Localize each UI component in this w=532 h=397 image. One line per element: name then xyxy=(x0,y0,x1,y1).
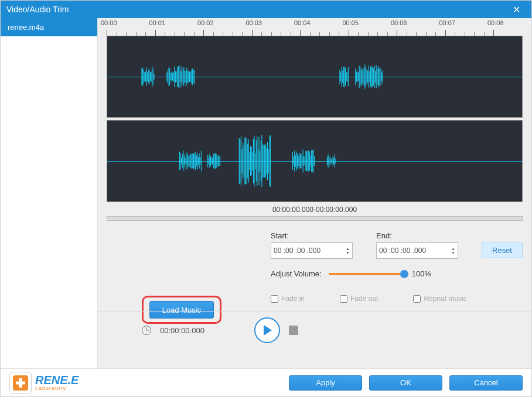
plus-icon xyxy=(13,375,28,391)
start-value: 00 :00 :00 .000 xyxy=(274,247,346,255)
repeat-checkbox[interactable] xyxy=(413,295,421,303)
sidebar-item-file[interactable]: renee.m4a xyxy=(1,18,97,36)
playbar: 00:00:00.000 xyxy=(98,311,531,349)
reset-field: Reset xyxy=(482,231,523,259)
footer: RENE.E Laboratory Apply OK Cancel xyxy=(1,368,531,396)
time-ruler: 00:0000:0100:0200:0300:0400:0500:0600:07… xyxy=(107,18,531,36)
end-label: End: xyxy=(376,231,458,240)
waveform-bottom-svg xyxy=(107,121,522,201)
end-stepper[interactable]: ▲ ▼ xyxy=(451,247,455,255)
check-row: Fade in Fade out Repeat music xyxy=(271,295,523,303)
start-label: Start: xyxy=(271,231,353,240)
logo-icon xyxy=(9,372,32,394)
play-button[interactable] xyxy=(254,317,280,343)
fade-out-label: Fade out xyxy=(350,295,378,303)
time-range-label: 00:00:00.000-00:00:00.000 xyxy=(98,206,531,214)
file-sidebar: renee.m4a xyxy=(1,18,98,368)
stop-button[interactable] xyxy=(289,326,298,335)
reset-button[interactable]: Reset xyxy=(482,242,523,258)
volume-thumb[interactable] xyxy=(400,270,408,278)
apply-button[interactable]: Apply xyxy=(289,375,362,391)
ruler-tick: 00:07 xyxy=(439,19,456,26)
waveform-bottom[interactable] xyxy=(107,120,523,202)
end-field: End: 00 :00 :00 .000 ▲ ▼ xyxy=(376,231,458,259)
chevron-down-icon: ▼ xyxy=(346,251,350,255)
controls-left: Load Music xyxy=(107,231,271,303)
dialog-window: Video/Audio Trim ✕ renee.m4a 00:0000:010… xyxy=(0,0,532,397)
play-icon xyxy=(264,325,272,336)
ruler-tick: 00:06 xyxy=(391,19,407,26)
logo-area: RENE.E Laboratory xyxy=(9,372,282,394)
time-fields-row: Start: 00 :00 :00 .000 ▲ ▼ End: xyxy=(271,231,523,259)
volume-label: Adjust Volume: xyxy=(271,269,322,278)
volume-slider[interactable] xyxy=(329,273,405,275)
fade-in-label: Fade in xyxy=(281,295,305,303)
fade-out-checkbox[interactable] xyxy=(340,295,347,303)
main-panel: 00:0000:0100:0200:0300:0400:0500:0600:07… xyxy=(98,18,531,368)
ruler-tick: 00:08 xyxy=(487,19,504,26)
end-value: 00 :00 :00 .000 xyxy=(379,247,451,255)
start-input[interactable]: 00 :00 :00 .000 ▲ ▼ xyxy=(271,242,353,259)
ruler-tick: 00:03 xyxy=(246,19,262,26)
start-field: Start: 00 :00 :00 .000 ▲ ▼ xyxy=(271,231,353,259)
waveform-top-svg xyxy=(107,36,522,117)
waveform-area xyxy=(107,36,523,202)
logo-text-block: RENE.E Laboratory xyxy=(35,374,79,391)
chevron-down-icon: ▼ xyxy=(451,251,455,255)
dialog-body: renee.m4a 00:0000:0100:0200:0300:0400:05… xyxy=(1,18,531,368)
window-title: Video/Audio Trim xyxy=(6,5,507,14)
fade-in-check[interactable]: Fade in xyxy=(271,295,305,303)
ruler-tick: 00:05 xyxy=(343,19,359,26)
cancel-button[interactable]: Cancel xyxy=(449,375,523,391)
ruler-tick: 00:04 xyxy=(294,19,311,26)
fade-out-check[interactable]: Fade out xyxy=(340,295,378,303)
repeat-check[interactable]: Repeat music xyxy=(413,295,466,303)
repeat-label: Repeat music xyxy=(424,295,466,303)
chevron-up-icon: ▲ xyxy=(451,247,455,251)
start-stepper[interactable]: ▲ ▼ xyxy=(346,247,350,255)
controls-right: Start: 00 :00 :00 .000 ▲ ▼ End: xyxy=(271,231,523,303)
volume-value: 100% xyxy=(412,269,431,278)
chevron-up-icon: ▲ xyxy=(346,247,350,251)
ruler-tick: 00:01 xyxy=(149,19,166,26)
ruler-tick: 00:00 xyxy=(101,19,117,26)
close-button[interactable]: ✕ xyxy=(507,1,526,18)
play-time: 00:00:00.000 xyxy=(160,326,204,335)
brand-name: RENE.E xyxy=(35,374,79,386)
fade-in-checkbox[interactable] xyxy=(271,295,278,303)
waveform-top[interactable] xyxy=(107,36,523,118)
clock-icon xyxy=(142,326,151,335)
brand-sub: Laboratory xyxy=(35,386,79,391)
controls-area: Load Music Start: 00 :00 :00 .000 ▲ ▼ xyxy=(107,231,523,303)
scrubber[interactable] xyxy=(107,216,523,221)
close-icon: ✕ xyxy=(513,4,520,15)
end-input[interactable]: 00 :00 :00 .000 ▲ ▼ xyxy=(376,242,458,259)
volume-row: Adjust Volume: 100% xyxy=(271,269,523,278)
titlebar: Video/Audio Trim ✕ xyxy=(1,1,531,18)
ok-button[interactable]: OK xyxy=(369,375,442,391)
sidebar-item-label: renee.m4a xyxy=(8,23,44,32)
ruler-tick: 00:02 xyxy=(197,19,214,26)
